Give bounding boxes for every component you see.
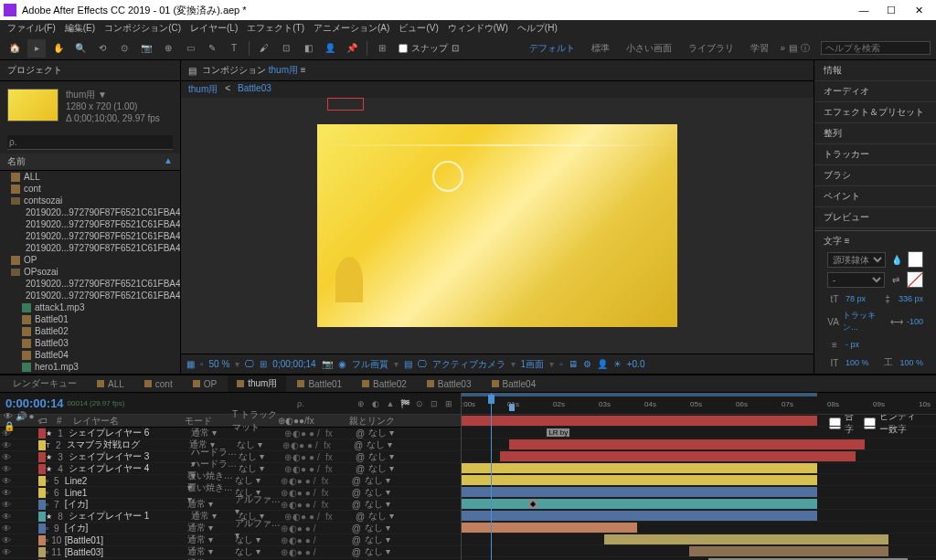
tree-item[interactable]: 2019020...972790F87F6521C61FBA400A1DX.mp… bbox=[0, 230, 180, 242]
tree-item[interactable]: Battle02 bbox=[0, 325, 180, 337]
timeline-tab[interactable]: Battle02 bbox=[353, 377, 416, 391]
layer-name[interactable]: [Battle03] bbox=[65, 547, 187, 557]
stroke-color[interactable] bbox=[907, 271, 923, 288]
pickwhip-icon[interactable]: @ bbox=[352, 488, 361, 498]
project-tab[interactable]: プロジェクト bbox=[0, 60, 180, 81]
visibility-toggle[interactable]: 👁 bbox=[2, 501, 10, 509]
tree-item[interactable]: OPsozai bbox=[0, 266, 180, 278]
snap-checkbox[interactable] bbox=[399, 44, 408, 53]
layer-bar[interactable] bbox=[462, 511, 817, 521]
fill-color[interactable] bbox=[908, 251, 924, 268]
layer-name[interactable]: シェイプレイヤー 3 bbox=[69, 450, 191, 463]
parent-dropdown[interactable]: なし ▾ bbox=[365, 498, 390, 511]
visibility-toggle[interactable]: 👁 bbox=[2, 536, 10, 544]
track-matte[interactable]: なし ▾ bbox=[235, 534, 281, 546]
stroke-width[interactable]: - px bbox=[846, 340, 859, 349]
panel-menu-icon[interactable]: ▤ bbox=[789, 43, 797, 53]
layer-name[interactable]: [Battle01] bbox=[65, 535, 187, 545]
camera-tool[interactable]: 📷 bbox=[137, 39, 155, 58]
layer-bar[interactable] bbox=[509, 439, 865, 449]
layer-color[interactable] bbox=[38, 512, 46, 522]
rotate-tool[interactable]: ⊙ bbox=[115, 39, 133, 58]
visibility-toggle[interactable]: 👁 bbox=[2, 441, 10, 449]
pickwhip-icon[interactable]: @ bbox=[352, 476, 361, 486]
tree-item[interactable]: Battle03 bbox=[0, 337, 180, 349]
timeline-tab[interactable]: thum用 bbox=[228, 375, 286, 392]
visibility-toggle[interactable]: 👁 bbox=[2, 489, 10, 497]
layer-bar[interactable] bbox=[462, 475, 817, 485]
panel-collapsed[interactable]: 整列 bbox=[814, 123, 936, 144]
clone-tool[interactable]: ⊡ bbox=[277, 39, 295, 58]
parent-dropdown[interactable]: なし ▾ bbox=[368, 450, 394, 463]
snap-icon[interactable]: ⊡ bbox=[452, 43, 459, 53]
menu-item[interactable]: レイヤー(L) bbox=[186, 22, 241, 35]
workspace-tab[interactable]: デフォルト bbox=[522, 40, 582, 57]
timeline-tab[interactable]: レンダーキュー bbox=[4, 375, 86, 392]
tracking[interactable]: -100 bbox=[907, 317, 923, 326]
layer-color[interactable] bbox=[38, 452, 46, 462]
parent-dropdown[interactable]: なし ▾ bbox=[365, 474, 390, 487]
menu-item[interactable]: アニメーション(A) bbox=[310, 22, 393, 35]
tl-icon-5[interactable]: ⊙ bbox=[413, 397, 426, 410]
roto-tool[interactable]: 👤 bbox=[321, 39, 339, 58]
visibility-toggle[interactable]: 👁 bbox=[2, 548, 10, 556]
layer-bar[interactable] bbox=[462, 416, 817, 426]
time-display[interactable]: 0;00;00;14 bbox=[272, 359, 315, 369]
pickwhip-icon[interactable]: @ bbox=[356, 512, 365, 522]
leading[interactable]: 336 px bbox=[899, 294, 923, 303]
selection-tool[interactable]: ▸ bbox=[27, 39, 46, 58]
workspace-tab[interactable]: 小さい画面 bbox=[619, 40, 679, 57]
visibility-toggle[interactable]: 👁 bbox=[2, 429, 10, 438]
layer-name[interactable]: [イカ] bbox=[65, 498, 187, 511]
orbit-tool[interactable]: ⟲ bbox=[93, 39, 112, 58]
tree-item[interactable]: OP bbox=[0, 254, 180, 266]
pickwhip-icon[interactable]: @ bbox=[352, 523, 361, 534]
timeline-tab[interactable]: cont bbox=[135, 377, 182, 391]
layer-color[interactable] bbox=[38, 535, 46, 545]
panel-collapsed[interactable]: 情報 bbox=[814, 60, 936, 81]
tree-item[interactable]: Battle04 bbox=[0, 349, 180, 361]
eyedropper-icon[interactable]: 💧 bbox=[889, 252, 904, 267]
pickwhip-icon[interactable]: @ bbox=[356, 452, 365, 462]
tree-item[interactable]: hero1.mp3 bbox=[0, 361, 180, 373]
tl-icon-7[interactable]: ⊞ bbox=[442, 397, 455, 410]
parent-dropdown[interactable]: なし ▾ bbox=[365, 545, 390, 558]
grid-icon[interactable]: ▦ bbox=[186, 359, 195, 369]
comp-thumbnail[interactable] bbox=[7, 89, 58, 122]
breadcrumb-2[interactable]: Battle03 bbox=[238, 83, 271, 96]
parent-dropdown[interactable]: なし ▾ bbox=[368, 510, 394, 523]
layer-name[interactable]: [イカ] bbox=[65, 522, 187, 534]
blend-mode[interactable]: 通常 ▾ bbox=[187, 545, 235, 558]
layer-name[interactable]: シェイプレイヤー 1 bbox=[69, 510, 191, 523]
tree-item[interactable]: ink_blot3.png bbox=[0, 373, 180, 374]
close-button[interactable]: ✕ bbox=[905, 5, 932, 16]
res-icon[interactable]: 🖵 bbox=[245, 359, 254, 369]
swap-icon[interactable]: ⇄ bbox=[888, 272, 903, 287]
playhead[interactable] bbox=[491, 393, 492, 560]
puppet-tool[interactable]: 📌 bbox=[343, 39, 361, 58]
track-matte[interactable]: なし ▾ bbox=[235, 545, 281, 558]
menu-item[interactable]: エフェクト(T) bbox=[243, 22, 308, 35]
track-matte[interactable]: なし ▾ bbox=[239, 462, 284, 475]
tree-item[interactable]: attack1.mp3 bbox=[0, 301, 180, 313]
menu-item[interactable]: 編集(E) bbox=[61, 22, 99, 35]
anchor-tool[interactable]: ⊕ bbox=[159, 39, 177, 58]
pickwhip-icon[interactable]: @ bbox=[356, 464, 365, 474]
blend-mode[interactable]: 通常 ▾ bbox=[187, 534, 235, 546]
text-tool[interactable]: T bbox=[225, 39, 243, 58]
layer-bar[interactable] bbox=[462, 463, 817, 473]
timeline-tab[interactable]: OP bbox=[184, 377, 226, 391]
font-select[interactable]: 源瑛隷体 bbox=[827, 252, 886, 268]
tree-item[interactable]: 2019020...972790F87F6521C61FBA400A1DX.mp… bbox=[0, 206, 180, 218]
blend-mode[interactable]: 通常 ▾ bbox=[187, 522, 235, 534]
menu-item[interactable]: コンポジション(C) bbox=[101, 22, 185, 35]
layer-bar[interactable] bbox=[689, 546, 888, 556]
breadcrumb-1[interactable]: thum用 bbox=[188, 83, 218, 96]
timeline-tab[interactable]: ALL bbox=[88, 377, 133, 391]
zoom-value[interactable]: 50 % bbox=[209, 359, 230, 369]
preview-viewport[interactable] bbox=[181, 98, 814, 354]
brush-tool[interactable]: 🖌 bbox=[255, 39, 273, 58]
panel-collapsed[interactable]: エフェクト＆プリセット bbox=[814, 102, 936, 123]
char-title[interactable]: 文字 ≡ bbox=[824, 235, 927, 248]
hdr-parent[interactable]: 親とリンク bbox=[349, 415, 461, 428]
